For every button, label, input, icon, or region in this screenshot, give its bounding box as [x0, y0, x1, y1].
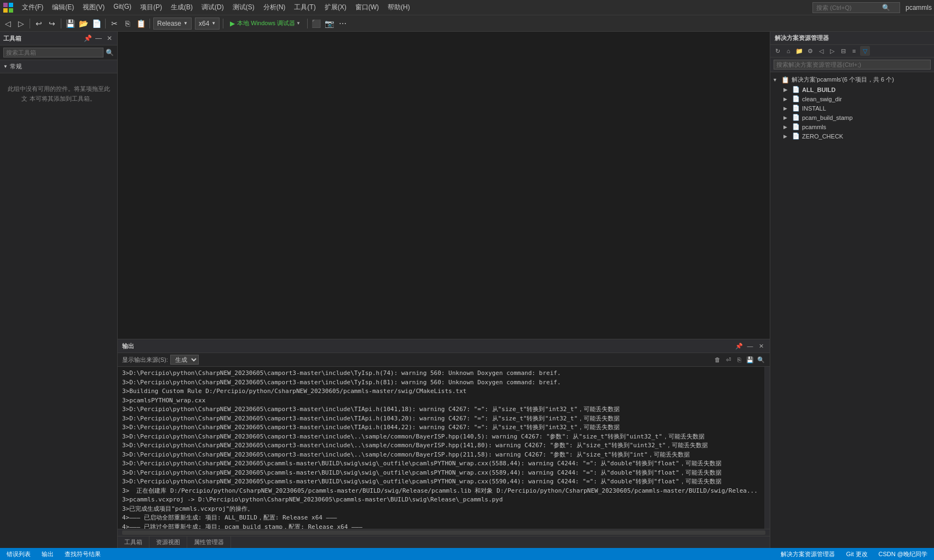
svg-rect-3 — [9, 8, 13, 13]
se-item-expand-icon: ▶ — [783, 124, 790, 130]
svg-rect-1 — [9, 3, 13, 7]
se-home-btn[interactable]: ⌂ — [783, 46, 793, 56]
status-bar: 错误列表输出查找符号结果 解决方案资源管理器Git 更改CSDN @晚纪同学 — [0, 548, 934, 560]
back-btn[interactable]: ◁ — [2, 18, 13, 29]
output-source-select[interactable]: 生成 — [170, 355, 199, 365]
menu-item-e[interactable]: 编辑(E) — [48, 1, 78, 14]
redo-btn[interactable]: ↪ — [47, 18, 57, 29]
se-search-input[interactable] — [774, 60, 931, 70]
run-button[interactable]: ▶ 本地 Windows 调试器 ▼ — [227, 18, 304, 28]
menu-search[interactable]: 🔍 — [812, 2, 900, 13]
open-file-btn[interactable]: 📂 — [78, 18, 89, 29]
build-config-dropdown[interactable]: Release ▼ — [153, 18, 192, 30]
toolbox-close-icon[interactable]: ✕ — [105, 34, 114, 43]
attach-btn[interactable]: ⬛ — [311, 18, 322, 29]
output-minimize-icon[interactable]: — — [746, 342, 754, 350]
menu-item-gitg[interactable]: Git(G) — [109, 1, 136, 14]
output-clear-icon[interactable]: 🗑 — [713, 355, 722, 364]
status-right-Git更改[interactable]: Git 更改 — [844, 550, 869, 558]
output-line: 3>D:\Percipio\python\CsharpNEW_20230605\… — [122, 423, 760, 432]
output-line: 4>——— 已跳过全部重新生成: 项目: pcam_build_stamp，配置… — [122, 523, 760, 529]
se-solution-root[interactable]: ▼ 📋 解决方案'pcammls'(6 个项目，共 6 个) — [770, 74, 934, 85]
se-item-file-icon: 📄 — [792, 95, 800, 102]
se-item-file-icon: 📄 — [792, 86, 800, 93]
output-find-icon[interactable]: 🔍 — [757, 355, 765, 364]
toolbar: ◁ ▷ ↩ ↪ 💾 📂 📄 ✂ ⎘ 📋 Release ▼ x64 ▼ ▶ 本地… — [0, 15, 934, 32]
menu-item-d[interactable]: 调试(D) — [197, 1, 228, 14]
toolbox-search-icon[interactable]: 🔍 — [106, 49, 114, 56]
menu-item-w[interactable]: 窗口(W) — [351, 1, 383, 14]
username: pcammls — [906, 4, 932, 11]
se-folder-btn[interactable]: 📁 — [794, 46, 804, 56]
paste-btn[interactable]: 📋 — [135, 18, 146, 29]
se-properties-btn[interactable]: ≡ — [849, 46, 859, 56]
se-back-btn[interactable]: ◁ — [816, 46, 826, 56]
copy-btn[interactable]: ⎘ — [122, 18, 133, 29]
output-line: 3>D:\Percipio\python\CsharpNEW_20230605\… — [122, 414, 760, 424]
output-line: 3>D:\Percipio\python\CsharpNEW_20230605\… — [122, 378, 760, 388]
undo-btn[interactable]: ↩ — [33, 18, 44, 29]
output-h-scrollbar[interactable] — [122, 530, 765, 535]
toolbox-pin-icon[interactable]: 📌 — [83, 34, 92, 43]
se-collapse-btn[interactable]: ⊟ — [838, 46, 848, 56]
se-item-all_build[interactable]: ▶📄ALL_BUILD — [779, 85, 934, 94]
search-icon: 🔍 — [882, 4, 890, 11]
run-icon: ▶ — [230, 20, 235, 27]
output-source-icons: 🗑 ⏎ ⎘ 💾 🔍 — [713, 355, 765, 364]
menu-item-b[interactable]: 生成(B) — [166, 1, 197, 14]
se-refresh-btn[interactable]: ↻ — [772, 46, 782, 56]
menu-item-t[interactable]: 工具(T) — [290, 1, 320, 14]
menu-item-p[interactable]: 项目(P) — [136, 1, 166, 14]
output-pin-icon[interactable]: 📌 — [735, 342, 743, 350]
bottom-tab-资源视图[interactable]: 资源视图 — [149, 536, 187, 548]
toolbox-minimize-icon[interactable]: — — [94, 34, 103, 43]
toolbox-search-input[interactable] — [3, 48, 103, 57]
se-item-install[interactable]: ▶📄INSTALL — [779, 103, 934, 113]
forward-btn[interactable]: ▷ — [15, 18, 26, 29]
output-line: 3>D:\Percipio\python\CsharpNEW_20230605\… — [122, 405, 760, 414]
new-file-btn[interactable]: 📄 — [91, 18, 102, 29]
se-settings-btn[interactable]: ⚙ — [805, 46, 815, 56]
separator-6 — [307, 19, 308, 28]
output-save-icon[interactable]: 💾 — [746, 355, 754, 364]
menu-item-h[interactable]: 帮助(H) — [383, 1, 414, 14]
menu-item-x[interactable]: 扩展(X) — [320, 1, 351, 14]
se-item-label: ALL_BUILD — [802, 86, 835, 93]
se-item-zero_check[interactable]: ▶📄ZERO_CHECK — [779, 131, 934, 141]
se-item-label: clean_swig_dir — [802, 96, 842, 102]
se-item-clean_swig_dir[interactable]: ▶📄clean_swig_dir — [779, 94, 934, 103]
more-btn[interactable]: ⋯ — [337, 18, 348, 29]
status-left-输出[interactable]: 输出 — [39, 550, 56, 558]
output-scrollbar[interactable] — [764, 367, 770, 529]
search-input[interactable] — [816, 4, 882, 11]
separator-4 — [149, 19, 150, 28]
separator-5 — [223, 19, 223, 28]
se-item-label: pcam_build_stamp — [802, 114, 852, 121]
se-item-pcammls[interactable]: ▶📄pcammls — [779, 122, 934, 131]
bottom-tab-工具箱[interactable]: 工具箱 — [118, 536, 149, 548]
se-item-pcam_build_stamp[interactable]: ▶📄pcam_build_stamp — [779, 113, 934, 122]
camera-btn[interactable]: 📷 — [324, 18, 335, 29]
toolbox-search-bar: 🔍 — [0, 45, 117, 60]
status-right-解决方案资源管理器[interactable]: 解决方案资源管理器 — [779, 550, 837, 558]
status-left-错误列表[interactable]: 错误列表 — [4, 550, 33, 558]
se-filter-btn[interactable]: ▽ — [860, 46, 870, 56]
status-left-查找符号结果[interactable]: 查找符号结果 — [62, 550, 103, 558]
output-copy-icon[interactable]: ⎘ — [735, 355, 743, 364]
toolbox-empty-message: 此组中没有可用的控件。将某项拖至此文 本可将其添加到工具箱。 — [0, 73, 117, 114]
output-line: 3>pcamlsPYTHON_wrap.cxx — [122, 396, 760, 406]
se-item-label: INSTALL — [802, 105, 826, 112]
bottom-tab-属性管理器[interactable]: 属性管理器 — [187, 536, 231, 548]
platform-dropdown[interactable]: x64 ▼ — [195, 18, 220, 30]
toolbox-section-general[interactable]: ▼ 常规 — [0, 60, 117, 73]
save-all-btn[interactable]: 💾 — [65, 18, 76, 29]
build-config-label: Release — [157, 20, 181, 27]
menu-item-s[interactable]: 测试(S) — [228, 1, 259, 14]
output-close-icon[interactable]: ✕ — [757, 342, 765, 350]
menu-item-f[interactable]: 文件(F) — [18, 1, 48, 14]
menu-item-v[interactable]: 视图(V) — [78, 1, 109, 14]
output-wrap-icon[interactable]: ⏎ — [724, 355, 733, 364]
se-forward-btn[interactable]: ▷ — [827, 46, 837, 56]
cut-btn[interactable]: ✂ — [109, 18, 120, 29]
menu-item-n[interactable]: 分析(N) — [259, 1, 290, 14]
